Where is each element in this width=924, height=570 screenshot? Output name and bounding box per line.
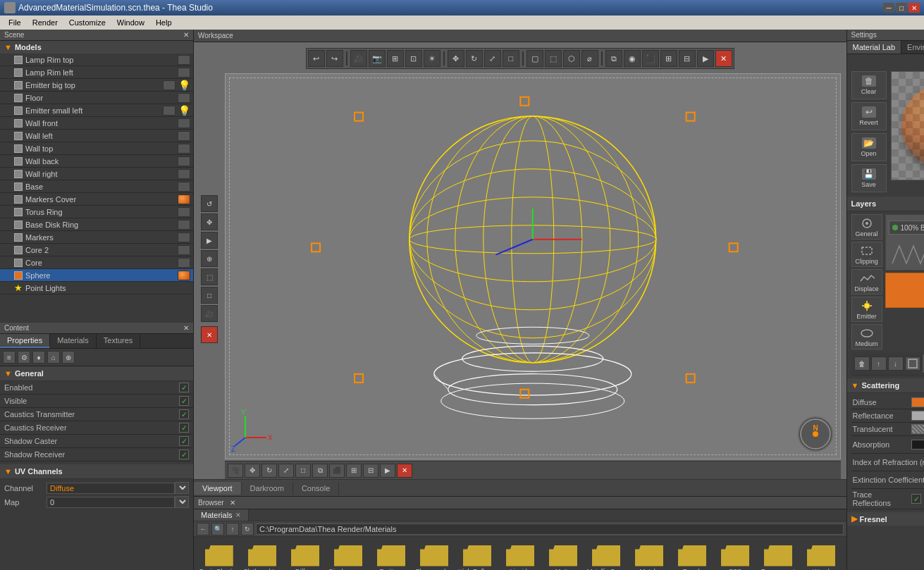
- right-tab-material-lab[interactable]: Material Lab: [847, 41, 902, 54]
- layer-general-btn[interactable]: General: [851, 214, 882, 240]
- lt-move-down-btn[interactable]: ↓: [888, 357, 904, 371]
- vp-move[interactable]: ✥: [448, 50, 464, 67]
- browser-item-transparent[interactable]: Transparent: [759, 545, 798, 571]
- content-close[interactable]: ✕: [183, 324, 189, 332]
- scene-item-floor[interactable]: Floor: [0, 92, 193, 104]
- scene-item-torus-ring[interactable]: Torus Ring: [0, 206, 193, 218]
- menu-customize[interactable]: Customize: [63, 17, 111, 28]
- ctrl-box-btn[interactable]: □: [295, 464, 311, 478]
- general-section-header[interactable]: ▼ General: [0, 366, 193, 381]
- absorption-color-swatch[interactable]: [911, 440, 924, 450]
- ctrl-close-btn[interactable]: ✕: [397, 464, 412, 478]
- vp-lasso[interactable]: ⌀: [581, 50, 598, 67]
- scattering-section-header[interactable]: ▼ Scattering: [847, 378, 924, 393]
- browser-item-sss[interactable]: SSS: [716, 545, 755, 571]
- toolbar-btn-3[interactable]: ♦: [32, 351, 45, 364]
- lt-layer-btn[interactable]: [905, 357, 920, 371]
- right-tab-environment[interactable]: Environment: [901, 41, 924, 54]
- ctrl-move-btn[interactable]: ✥: [245, 464, 260, 478]
- browser-item-floors[interactable]: Floors and ...: [415, 545, 454, 571]
- browser-item-liquids[interactable]: Liquids: [501, 545, 540, 571]
- vp-close-btn[interactable]: ✕: [715, 50, 732, 67]
- vp-tool-cam[interactable]: 🎥: [201, 305, 218, 322]
- tab-properties[interactable]: Properties: [0, 334, 50, 348]
- browser-up[interactable]: ↑: [226, 523, 239, 535]
- translucent-color-swatch[interactable]: [911, 424, 924, 434]
- preview-revert-btn[interactable]: ↩ Revert: [851, 102, 887, 130]
- trace-reflections-check[interactable]: [911, 494, 921, 504]
- menu-file[interactable]: File: [3, 17, 27, 28]
- scene-item-wall-left[interactable]: Wall left: [0, 130, 193, 142]
- vp-full[interactable]: ⬛: [642, 50, 659, 67]
- scene-item-base-disk-ring[interactable]: Base Disk Ring: [0, 218, 193, 231]
- ctrl-snap-btn[interactable]: ⊞: [346, 464, 362, 478]
- scene-item-lamp-rim-top[interactable]: Lamp Rim top: [0, 54, 193, 66]
- scene-item-emitter-small-left[interactable]: Emitter small left 💡: [0, 104, 193, 117]
- browser-item-diffuse[interactable]: Diffuse: [286, 545, 325, 571]
- check-shadow-receiver[interactable]: [179, 450, 189, 459]
- reflectance-color-swatch[interactable]: [911, 411, 924, 421]
- vp-tool-zoom[interactable]: ▶: [201, 232, 218, 249]
- scene-item-base[interactable]: Base: [0, 180, 193, 193]
- 3d-canvas[interactable]: X Y Z N: [225, 73, 841, 459]
- vp-light-btn[interactable]: ☀: [424, 50, 441, 67]
- uv-section-header[interactable]: ▼ UV Channels: [0, 464, 193, 479]
- browser-item-wood[interactable]: Wood: [802, 545, 841, 571]
- scene-item-emitter-big-top[interactable]: Emitter big top 💡: [0, 79, 193, 92]
- vp-tool-fly[interactable]: ⊕: [201, 250, 218, 267]
- toolbar-btn-4[interactable]: ⌂: [47, 351, 60, 364]
- scene-item-wall-front[interactable]: Wall front: [0, 117, 193, 130]
- scene-item-core[interactable]: Core: [0, 256, 193, 269]
- uv-map-input[interactable]: [47, 497, 175, 508]
- browser-item-metallic-car[interactable]: Metallic Car...: [587, 545, 626, 571]
- vp-rect[interactable]: ⬚: [545, 50, 562, 67]
- browser-tab-close[interactable]: ✕: [235, 512, 241, 519]
- diffuse-color-swatch[interactable]: [911, 397, 924, 407]
- vp-grid[interactable]: ⊟: [679, 50, 696, 67]
- scene-item-wall-back[interactable]: Wall back: [0, 155, 193, 168]
- vp-scale[interactable]: ⤢: [484, 50, 501, 67]
- preview-clear-btn[interactable]: 🗑 Clear: [851, 71, 887, 99]
- ctrl-grid-btn[interactable]: ⊟: [363, 464, 378, 478]
- browser-item-emitters[interactable]: Emitters: [372, 545, 411, 571]
- check-shadow-caster[interactable]: [179, 436, 189, 446]
- browser-item-rough[interactable]: Rough: [673, 545, 712, 571]
- browser-item-matte[interactable]: Matte: [544, 545, 583, 571]
- vp-render-btn[interactable]: ▶: [697, 50, 714, 67]
- toolbar-btn-2[interactable]: ⚙: [18, 351, 30, 364]
- vp-cam3[interactable]: ⊞: [387, 50, 404, 67]
- layers-canvas-area[interactable]: 100% Basic: [885, 214, 924, 271]
- lt-scatter-icon[interactable]: [922, 354, 924, 373]
- check-visible[interactable]: [179, 396, 189, 406]
- layers-orange-swatch[interactable]: [885, 273, 924, 308]
- scene-item-core2[interactable]: Core 2: [0, 244, 193, 256]
- vp-tool-pan[interactable]: ✥: [201, 213, 218, 230]
- scene-item-sphere[interactable]: Sphere: [0, 269, 193, 282]
- browser-item-displace[interactable]: Displaceme...: [329, 545, 368, 571]
- layers-section-header[interactable]: Layers: [847, 197, 924, 211]
- vp-wireframe[interactable]: ⧉: [605, 50, 622, 67]
- menu-window[interactable]: Window: [111, 17, 150, 28]
- ctrl-full-btn[interactable]: ⬛: [329, 464, 345, 478]
- preview-save-btn[interactable]: 💾 Save: [851, 164, 887, 192]
- uv-map-select[interactable]: ▼: [175, 496, 189, 508]
- uv-channel-input[interactable]: [47, 483, 175, 494]
- browser-tab-materials[interactable]: Materials ✕: [194, 509, 249, 521]
- layer-displace-btn[interactable]: Displace: [851, 269, 882, 295]
- browser-refresh[interactable]: ↻: [241, 523, 254, 535]
- fresnel-section-header[interactable]: ▶ Fresnel: [847, 512, 924, 526]
- browser-item-cloth[interactable]: Cloth and L...: [243, 545, 282, 571]
- layer-medium-btn[interactable]: Medium: [851, 324, 882, 349]
- vp-tool-frame[interactable]: □: [201, 287, 218, 304]
- tab-darkroom[interactable]: Darkroom: [242, 482, 293, 495]
- vp-redo[interactable]: ↪: [326, 50, 343, 67]
- menu-render[interactable]: Render: [27, 17, 63, 28]
- ctrl-scale-btn[interactable]: ⤢: [278, 464, 294, 478]
- check-caustics-transmitter[interactable]: [179, 409, 189, 419]
- vp-cam4[interactable]: ⊡: [405, 50, 422, 67]
- tab-viewport[interactable]: Viewport: [194, 482, 242, 495]
- check-caustics-receiver[interactable]: [179, 423, 189, 433]
- scene-item-wall-top[interactable]: Wall top: [0, 142, 193, 155]
- vp-snap[interactable]: ⊞: [660, 50, 677, 67]
- ctrl-render-btn[interactable]: ▶: [380, 464, 395, 478]
